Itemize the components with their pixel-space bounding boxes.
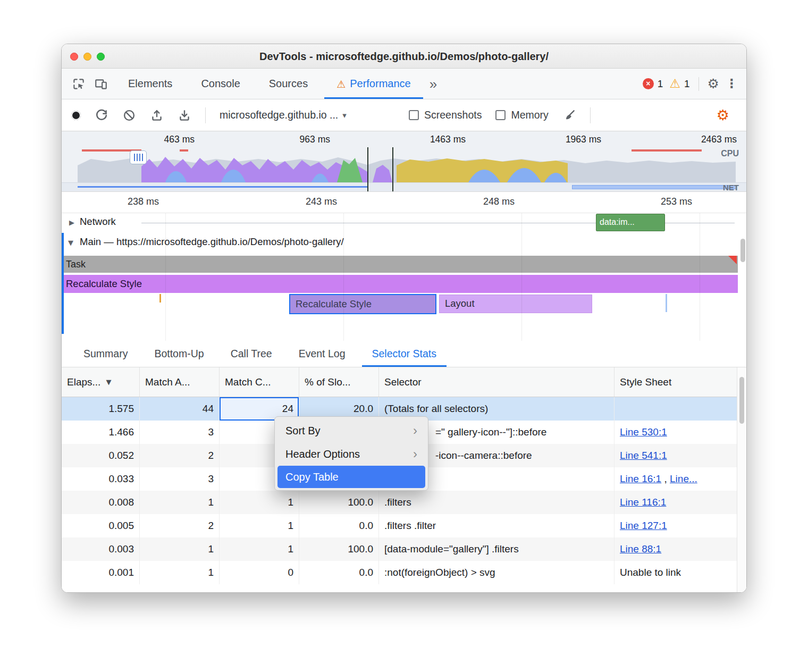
minimize-window-button[interactable] bbox=[83, 53, 91, 61]
selection-window-left-edge[interactable] bbox=[367, 147, 368, 192]
table-row[interactable]: 0.00811100.0.filtersLine 116:1 bbox=[62, 491, 738, 514]
cell-selector[interactable]: .filters .filter bbox=[379, 514, 615, 537]
tab-sources[interactable]: Sources bbox=[255, 69, 322, 99]
tab-elements[interactable]: Elements bbox=[114, 69, 187, 99]
cell-elapsed[interactable]: 0.001 bbox=[62, 561, 140, 584]
stylesheet-link[interactable]: Line 88:1 bbox=[620, 543, 661, 555]
tab-console[interactable]: Console bbox=[187, 69, 254, 99]
stylesheet-link[interactable]: Line 127:1 bbox=[620, 520, 667, 531]
expand-arrow-icon[interactable]: ▼ bbox=[68, 239, 73, 247]
column-header-selector[interactable]: Selector bbox=[379, 367, 615, 397]
column-header-match-count[interactable]: Match C... bbox=[220, 367, 299, 397]
table-scrollbar-track[interactable] bbox=[737, 367, 746, 593]
cell-style-sheet[interactable]: Line 530:1 bbox=[615, 421, 738, 444]
cell-elapsed[interactable]: 1.466 bbox=[62, 421, 140, 444]
device-toolbar-icon[interactable] bbox=[91, 74, 111, 94]
kebab-menu-icon[interactable]: ⋮ bbox=[726, 78, 738, 90]
cell-elapsed[interactable]: 0.052 bbox=[62, 444, 140, 467]
layout-event-block[interactable]: Layout bbox=[439, 295, 592, 313]
selection-window-handle[interactable] bbox=[130, 150, 147, 164]
table-scrollbar-thumb[interactable] bbox=[739, 377, 744, 424]
task-event-bar[interactable]: Task bbox=[62, 256, 738, 273]
main-track-label[interactable]: Main — https://microsoftedge.github.io/D… bbox=[80, 236, 344, 248]
cell-style-sheet[interactable]: Line 541:1 bbox=[615, 444, 738, 467]
clear-recording-icon[interactable] bbox=[122, 108, 136, 122]
cell-style-sheet[interactable]: Line 16:1 , Line... bbox=[615, 467, 738, 491]
menu-item-copy-table[interactable]: Copy Table bbox=[277, 466, 425, 488]
error-count-badge[interactable]: × 1 bbox=[643, 78, 663, 90]
cell-style-sheet[interactable]: Line 88:1 bbox=[615, 537, 738, 561]
load-profile-icon[interactable] bbox=[150, 108, 164, 122]
close-window-button[interactable] bbox=[70, 53, 78, 61]
stylesheet-link[interactable]: Line 530:1 bbox=[620, 426, 667, 438]
cell-match-attempts[interactable]: 1 bbox=[140, 491, 220, 514]
selection-window-right-edge[interactable] bbox=[392, 147, 393, 192]
stylesheet-link[interactable]: Line 116:1 bbox=[620, 497, 666, 508]
network-track-label[interactable]: Network bbox=[80, 216, 116, 228]
memory-checkbox[interactable] bbox=[495, 110, 506, 120]
tab-performance[interactable]: ⚠ Performance bbox=[322, 69, 425, 99]
cell-match-count[interactable]: 1 bbox=[220, 537, 299, 561]
stylesheet-link[interactable]: Line... bbox=[670, 473, 697, 484]
warning-count-badge[interactable]: ⚠ 1 bbox=[669, 78, 689, 90]
cell-selector[interactable]: .filters bbox=[379, 491, 615, 514]
stylesheet-link[interactable]: Line 16:1 bbox=[620, 473, 661, 484]
column-header-pct-slow[interactable]: % of Slo... bbox=[299, 367, 379, 397]
cell-style-sheet[interactable] bbox=[615, 397, 738, 421]
tab-selector-stats[interactable]: Selector Stats bbox=[359, 341, 450, 367]
event-tick[interactable] bbox=[159, 294, 161, 303]
screenshots-toggle[interactable]: Screenshots bbox=[409, 109, 482, 121]
profile-select[interactable]: microsoftedge.github.io ... ▾ bbox=[220, 109, 395, 121]
recalculate-style-selected-block[interactable]: Recalculate Style bbox=[289, 294, 436, 314]
cell-match-count[interactable]: 1 bbox=[220, 514, 299, 537]
network-request-block[interactable]: data:im... bbox=[596, 214, 665, 231]
cell-match-attempts[interactable]: 1 bbox=[140, 537, 220, 561]
cell-elapsed[interactable]: 0.033 bbox=[62, 467, 140, 491]
cell-style-sheet[interactable]: Line 127:1 bbox=[615, 514, 738, 537]
flame-chart[interactable]: ▶ Network data:im... ▼ Main — https://mi… bbox=[62, 213, 746, 341]
cell-pct-slow[interactable]: 100.0 bbox=[299, 537, 379, 561]
tab-event-log[interactable]: Event Log bbox=[285, 341, 359, 367]
tab-call-tree[interactable]: Call Tree bbox=[217, 341, 285, 367]
cell-match-count[interactable]: 1 bbox=[220, 491, 299, 514]
cell-style-sheet[interactable]: Unable to link bbox=[615, 561, 738, 584]
cell-pct-slow[interactable]: 0.0 bbox=[299, 514, 379, 537]
zoom-window-button[interactable] bbox=[97, 53, 105, 61]
column-header-elapsed[interactable]: Elaps... ▼ bbox=[62, 367, 140, 397]
cell-match-attempts[interactable]: 2 bbox=[140, 514, 220, 537]
cell-style-sheet[interactable]: Line 116:1 bbox=[615, 491, 738, 514]
cell-match-attempts[interactable]: 1 bbox=[140, 561, 220, 584]
column-header-style-sheet[interactable]: Style Sheet bbox=[615, 367, 738, 397]
tab-summary[interactable]: Summary bbox=[70, 341, 141, 367]
cell-pct-slow[interactable]: 100.0 bbox=[299, 491, 379, 514]
table-row[interactable]: 0.00311100.0[data-module="gallery"] .fil… bbox=[62, 537, 738, 561]
menu-item-sort-by[interactable]: Sort By › bbox=[275, 419, 428, 442]
cell-match-attempts[interactable]: 3 bbox=[140, 421, 220, 444]
table-row[interactable]: 0.001100.0:not(foreignObject) > svgUnabl… bbox=[62, 561, 738, 584]
table-row[interactable]: 0.005210.0.filters .filterLine 127:1 bbox=[62, 514, 738, 537]
cell-elapsed[interactable]: 0.003 bbox=[62, 537, 140, 561]
collapse-arrow-icon[interactable]: ▶ bbox=[69, 219, 74, 226]
cell-match-attempts[interactable]: 44 bbox=[140, 397, 220, 421]
cell-elapsed[interactable]: 0.008 bbox=[62, 491, 140, 514]
timeline-scrollbar[interactable] bbox=[740, 239, 745, 262]
cell-pct-slow[interactable]: 0.0 bbox=[299, 561, 379, 584]
menu-item-header-options[interactable]: Header Options › bbox=[275, 442, 428, 466]
cell-selector[interactable]: [data-module="gallery"] .filters bbox=[379, 537, 615, 561]
save-profile-icon[interactable] bbox=[178, 108, 191, 122]
event-tick[interactable] bbox=[666, 294, 667, 312]
capture-settings-gear-icon[interactable]: ⚙ bbox=[717, 108, 729, 122]
stylesheet-link[interactable]: Line 541:1 bbox=[620, 450, 667, 461]
reload-and-record-icon[interactable] bbox=[95, 108, 108, 122]
settings-gear-icon[interactable]: ⚙ bbox=[708, 77, 719, 90]
cell-elapsed[interactable]: 1.575 bbox=[62, 397, 140, 421]
screenshots-checkbox[interactable] bbox=[409, 110, 419, 120]
tab-bottom-up[interactable]: Bottom-Up bbox=[141, 341, 217, 367]
timeline-overview[interactable]: 463 ms 963 ms 1463 ms 1963 ms 2463 ms bbox=[62, 131, 746, 192]
record-button[interactable] bbox=[71, 111, 81, 120]
cell-elapsed[interactable]: 0.005 bbox=[62, 514, 140, 537]
cell-selector[interactable]: :not(foreignObject) > svg bbox=[379, 561, 615, 584]
more-tabs-icon[interactable]: » bbox=[430, 77, 437, 91]
cell-match-attempts[interactable]: 2 bbox=[140, 444, 220, 467]
collect-garbage-icon[interactable] bbox=[562, 108, 576, 122]
